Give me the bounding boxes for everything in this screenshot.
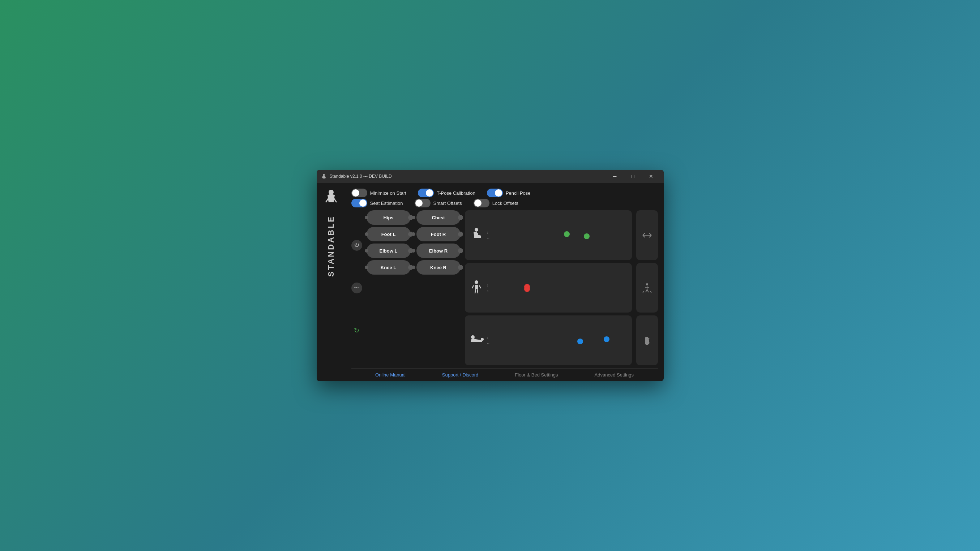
sitting-thumb-vertical[interactable] xyxy=(564,231,570,237)
foot-icon-btn[interactable] xyxy=(636,315,658,365)
toggle-lock-offsets: Lock Offsets xyxy=(474,199,519,207)
standing-arrows: ↕ ↔ xyxy=(487,283,490,293)
svg-line-17 xyxy=(646,289,647,292)
minimize-start-toggle[interactable] xyxy=(352,189,367,197)
svg-point-20 xyxy=(647,337,648,338)
svg-line-4 xyxy=(326,198,329,202)
svg-line-9 xyxy=(477,289,478,294)
standing-horizontal-arrow: ↔ xyxy=(487,289,490,293)
lying-horizontal-arrow: ↔ xyxy=(487,341,490,345)
slider-panels: ↕ ↔ xyxy=(465,210,632,365)
minimize-start-label: Minimize on Start xyxy=(370,191,406,196)
smart-offsets-label: Smart Offsets xyxy=(433,200,462,206)
lying-thumb-horizontal[interactable] xyxy=(577,338,583,345)
connector-hips-chest xyxy=(412,216,415,219)
smart-offsets-toggle[interactable] xyxy=(415,199,431,207)
standing-vertical-arrow: ↕ xyxy=(487,283,490,287)
svg-point-19 xyxy=(645,337,646,339)
sitting-vertical-arrow: ↕ xyxy=(487,230,490,235)
lying-thumb-vertical[interactable] xyxy=(604,337,609,342)
seat-estimation-label: Seat Estimation xyxy=(370,200,403,206)
elbow-l-button[interactable]: Elbow L xyxy=(367,243,410,258)
slider-panel-standing: ↕ ↔ xyxy=(465,263,632,313)
pencil-pose-toggle[interactable] xyxy=(487,189,503,197)
tracker-row-elbow: Elbow L Elbow R xyxy=(367,243,461,258)
foot-l-button[interactable]: Foot L xyxy=(367,227,410,241)
toggle-pencil-pose: Pencil Pose xyxy=(487,189,531,197)
titlebar-controls: ─ □ ✕ xyxy=(606,170,659,183)
standing-thumb-horizontal[interactable] xyxy=(524,286,530,292)
svg-point-14 xyxy=(646,283,648,286)
chest-button[interactable]: Chest xyxy=(417,210,461,225)
pose-icon-btn[interactable] xyxy=(636,263,658,313)
svg-line-18 xyxy=(647,289,649,292)
slider-panel-lying: ↕ ↔ xyxy=(465,315,632,365)
minimize-button[interactable]: ─ xyxy=(606,170,623,183)
app-logo xyxy=(322,189,340,206)
svg-point-7 xyxy=(475,280,478,284)
window-title: Standable v2.1.0 --- DEV BUILD xyxy=(330,174,392,179)
standing-sliders xyxy=(494,287,627,289)
lock-offsets-toggle[interactable] xyxy=(474,199,490,207)
knee-r-button[interactable]: Knee R xyxy=(417,260,461,275)
tracker-row-foot: Foot L Foot R xyxy=(367,227,461,241)
svg-point-13 xyxy=(481,338,484,341)
lock-offsets-label: Lock Offsets xyxy=(492,200,519,206)
middle-section: 〜 ↻ Hips Chest xyxy=(352,210,658,365)
toggles-row-2: Seat Estimation Smart Offsets Lock Offse… xyxy=(352,199,658,207)
app-icon xyxy=(321,173,327,179)
power-button[interactable] xyxy=(352,240,362,251)
advanced-settings-button[interactable]: Advanced Settings xyxy=(595,372,634,378)
wave-button[interactable]: 〜 xyxy=(352,283,362,294)
toggles-row: Minimize on Start T-Pose Calibration Pen… xyxy=(352,189,658,197)
svg-line-8 xyxy=(475,289,476,294)
brand-text: STANDABLE xyxy=(326,215,336,277)
toggle-t-pose: T-Pose Calibration xyxy=(418,189,476,197)
refresh-button[interactable]: ↻ xyxy=(352,325,362,336)
svg-point-0 xyxy=(323,174,325,176)
pencil-pose-label: Pencil Pose xyxy=(506,191,531,196)
svg-line-2 xyxy=(325,177,326,178)
svg-point-12 xyxy=(471,335,475,339)
lying-sliders xyxy=(494,339,627,341)
sitting-thumb-horizontal[interactable] xyxy=(584,233,590,239)
expand-icon-btn[interactable] xyxy=(636,210,658,260)
svg-line-10 xyxy=(472,286,474,288)
support-discord-button[interactable]: Support / Discord xyxy=(442,372,478,378)
toggle-seat-estimation: Seat Estimation xyxy=(352,199,403,207)
lying-icon xyxy=(470,334,483,346)
connector-hips-left xyxy=(365,216,368,219)
standing-icon xyxy=(470,280,483,295)
main-area: Minimize on Start T-Pose Calibration Pen… xyxy=(345,183,664,381)
sitting-horizontal-arrow: ↔ xyxy=(487,236,490,240)
t-pose-label: T-Pose Calibration xyxy=(437,191,476,196)
connector-kneel-left xyxy=(365,265,368,269)
sitting-sliders xyxy=(494,234,627,236)
knee-l-button[interactable]: Knee L xyxy=(367,260,410,275)
right-icons xyxy=(636,210,658,365)
maximize-button[interactable]: □ xyxy=(625,170,641,183)
svg-point-21 xyxy=(648,338,649,339)
sitting-arrows: ↕ ↔ xyxy=(487,230,490,240)
online-manual-button[interactable]: Online Manual xyxy=(375,372,406,378)
close-button[interactable]: ✕ xyxy=(643,170,659,183)
t-pose-toggle[interactable] xyxy=(418,189,434,197)
svg-line-11 xyxy=(479,286,481,288)
svg-point-6 xyxy=(475,228,478,232)
titlebar: Standable v2.1.0 --- DEV BUILD ─ □ ✕ xyxy=(317,170,664,183)
hips-button[interactable]: Hips xyxy=(367,210,410,225)
main-content: STANDABLE Minimize on Start T-Pose Calib… xyxy=(317,183,664,381)
connector-footr-right xyxy=(459,232,462,236)
seat-estimation-toggle[interactable] xyxy=(352,199,367,207)
floor-bed-settings-button[interactable]: Floor & Bed Settings xyxy=(515,372,558,378)
titlebar-left: Standable v2.1.0 --- DEV BUILD xyxy=(321,173,392,179)
lying-vertical-arrow: ↕ xyxy=(487,336,490,340)
connector-kneer-right xyxy=(459,265,462,269)
elbow-r-button[interactable]: Elbow R xyxy=(417,243,461,258)
svg-line-5 xyxy=(334,198,337,202)
connector-elbow-mid xyxy=(412,249,415,252)
foot-r-button[interactable]: Foot R xyxy=(417,227,461,241)
lying-arrows: ↕ ↔ xyxy=(487,336,490,345)
connector-elbowl-left xyxy=(365,249,368,252)
sitting-icon xyxy=(470,228,483,243)
